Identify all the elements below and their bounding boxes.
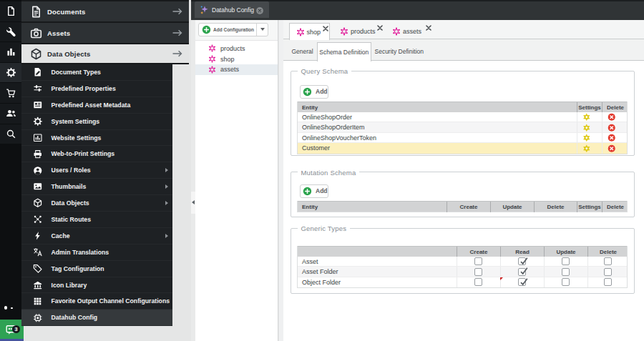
delete-icon[interactable]: [608, 124, 616, 132]
submenu-item-static-routes[interactable]: Static Routes: [21, 212, 172, 228]
submenu-item-favorite-output-channel-configurations[interactable]: Favorite Output Channel Configurations: [21, 293, 172, 310]
nav-wrench-icon[interactable]: [0, 22, 21, 43]
add-configuration-button[interactable]: Add Configuration: [198, 23, 268, 36]
settings-gear-icon[interactable]: [582, 113, 591, 122]
submenu-item-users-roles[interactable]: Users / Roles: [21, 162, 172, 179]
checkbox-update[interactable]: [562, 257, 570, 265]
menu-item-data-objects[interactable]: Data Objects: [21, 44, 189, 63]
mutation-schema-grid: EntityCreateUpdateDeleteSettingsDelete: [297, 201, 628, 212]
generic-types-legend: Generic Types: [298, 224, 351, 232]
tab-products[interactable]: products: [333, 23, 384, 39]
submenu-item-system-settings[interactable]: System Settings: [21, 114, 172, 130]
submenu-item-web-to-print-settings[interactable]: Web-to-Print Settings: [21, 146, 172, 162]
checkbox-delete[interactable]: [604, 278, 612, 286]
schema-definition-content: Query Schema Add EntitySettingsDeleteOnl…: [283, 61, 644, 341]
nav-users-icon[interactable]: [0, 104, 21, 124]
checkbox-create[interactable]: [474, 257, 482, 265]
checkbox-delete[interactable]: [604, 257, 612, 265]
menu-item-documents[interactable]: Documents: [21, 1, 189, 21]
website-settings-icon: [33, 133, 43, 143]
notification-dot-small[interactable]: [11, 307, 13, 310]
column-header[interactable]: Entity: [298, 102, 577, 113]
submenu-item-thumbnails[interactable]: Thumbnails: [21, 179, 172, 195]
nav-cart-icon[interactable]: [0, 83, 21, 104]
menu-item-assets[interactable]: Assets: [21, 23, 189, 43]
submenu-item-predefined-asset-metadata[interactable]: Predefined Asset Metadata: [21, 97, 172, 114]
tab-close-icon[interactable]: [377, 25, 382, 30]
add-configuration-dropdown[interactable]: [256, 24, 268, 36]
query-schema-fieldset: Query Schema Add EntitySettingsDeleteOnl…: [291, 71, 635, 156]
submenu-item-label: Web-to-Print Settings: [52, 150, 115, 157]
query-row-OnlineShopVoucherToken[interactable]: OnlineShopVoucherToken: [298, 133, 627, 144]
submenu-item-tag-configuration[interactable]: Tag Configuration: [21, 261, 172, 277]
subtab-general[interactable]: General: [288, 42, 317, 61]
settings-gear-icon[interactable]: [582, 124, 591, 132]
checkbox-create[interactable]: [474, 278, 482, 286]
type-name: Asset: [302, 257, 318, 267]
cube-icon: [33, 198, 43, 208]
column-header[interactable]: Update: [544, 247, 587, 257]
tab-assets[interactable]: assets: [386, 23, 432, 39]
tree-item-products[interactable]: products: [195, 44, 278, 54]
column-header[interactable]: Entity: [298, 202, 447, 212]
column-header[interactable]: Create: [447, 202, 490, 212]
mutation-add-button[interactable]: Add: [300, 184, 328, 198]
submenu-item-predefined-properties[interactable]: Predefined Properties: [21, 81, 172, 97]
window-tab-datahub-config[interactable]: Datahub Config: [195, 1, 269, 18]
submenu-item-cache[interactable]: Cache: [21, 228, 172, 244]
query-add-button[interactable]: Add: [300, 85, 328, 99]
column-header[interactable]: Delete: [587, 247, 628, 257]
column-header[interactable]: Settings: [577, 202, 602, 212]
checkbox-delete[interactable]: [604, 268, 612, 276]
submenu-item-data-objects[interactable]: Data Objects: [21, 195, 172, 212]
editor-tab-panel: shop products assets GeneralSchema Defin…: [283, 20, 644, 341]
checkbox-read[interactable]: [518, 257, 526, 265]
tab-shop[interactable]: shop: [289, 23, 331, 40]
checkbox-update[interactable]: [562, 268, 570, 276]
translate-icon: [33, 247, 43, 257]
type-name: Asset Folder: [302, 267, 338, 277]
query-row-Customer[interactable]: Customer: [298, 143, 627, 154]
settings-gear-icon[interactable]: [582, 144, 591, 153]
tab-close-icon[interactable]: [426, 25, 431, 30]
checkbox-read[interactable]: [518, 278, 526, 286]
delete-icon[interactable]: [608, 113, 616, 122]
subtab-schema-definition[interactable]: Schema Definition: [317, 42, 371, 61]
tree-item-assets[interactable]: assets: [195, 64, 278, 75]
submenu-item-website-settings[interactable]: Website Settings: [21, 130, 172, 147]
checkbox-read[interactable]: [518, 268, 526, 276]
column-header[interactable]: Delete: [602, 102, 628, 113]
column-header[interactable]: Settings: [577, 102, 602, 113]
column-header[interactable]: Update: [490, 202, 534, 212]
camera-icon: [30, 27, 42, 39]
tree-item-shop[interactable]: shop: [195, 54, 278, 64]
submenu-item-document-types[interactable]: Document Types: [21, 64, 172, 81]
nav-bar-chart-icon[interactable]: [0, 42, 21, 63]
submenu-item-admin-translations[interactable]: Admin Translations: [21, 244, 172, 261]
nav-gear-icon[interactable]: [0, 63, 21, 84]
column-header[interactable]: [298, 247, 457, 257]
submenu-item-icon-library[interactable]: Icon Library: [21, 277, 172, 294]
checkbox-create[interactable]: [474, 268, 482, 276]
column-separator: [500, 257, 501, 267]
settings-gear-icon[interactable]: [582, 134, 591, 142]
user-circle-icon: [33, 166, 43, 176]
delete-icon[interactable]: [608, 144, 616, 153]
mutation-schema-legend: Mutation Schema: [298, 169, 360, 177]
subtab-security-definition[interactable]: Security Definition: [371, 42, 428, 61]
close-icon[interactable]: [255, 6, 265, 16]
nav-search-icon[interactable]: [0, 124, 21, 145]
query-row-OnlineShopOrderItem[interactable]: OnlineShopOrderItem: [298, 122, 627, 133]
notification-dot-large[interactable]: [4, 306, 7, 309]
subtab-label: Security Definition: [374, 48, 424, 55]
query-row-OnlineShopOrder[interactable]: OnlineShopOrder: [298, 112, 627, 123]
column-header[interactable]: Create: [457, 247, 500, 257]
checkbox-update[interactable]: [562, 278, 570, 286]
nav-file-icon[interactable]: [0, 1, 21, 22]
submenu-item-datahub-config[interactable]: Datahub Config: [21, 310, 172, 326]
column-header[interactable]: Delete: [602, 202, 628, 212]
tab-close-icon[interactable]: [323, 26, 328, 31]
collapse-left-icon: [192, 200, 195, 204]
delete-icon[interactable]: [608, 134, 616, 142]
column-header[interactable]: Delete: [534, 202, 577, 212]
